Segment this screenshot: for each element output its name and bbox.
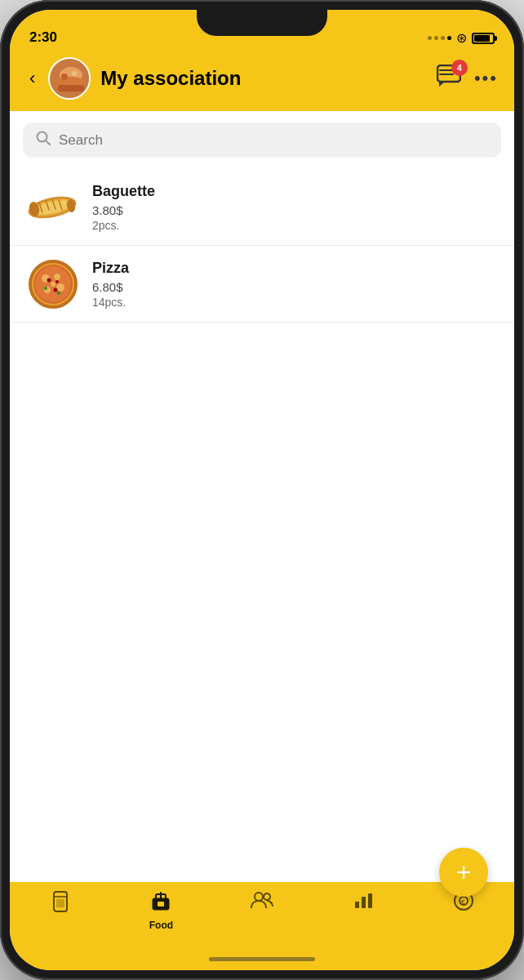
notification-button[interactable]: 4 [437, 65, 461, 93]
wifi-icon: ⊛ [456, 30, 467, 46]
search-box [23, 122, 501, 158]
home-indicator [10, 947, 514, 970]
search-icon [36, 131, 51, 149]
signal-dots [428, 36, 451, 40]
pizza-details: Pizza 6.80$ 14pcs. [92, 260, 498, 309]
list-item[interactable]: Pizza 6.80$ 14pcs. [10, 246, 514, 323]
battery-icon [472, 33, 495, 44]
baguette-image [26, 180, 79, 234]
signal-dot-1 [428, 36, 432, 40]
svg-point-42 [264, 893, 270, 900]
battery-fill [474, 35, 490, 42]
svg-point-28 [47, 278, 51, 282]
status-time: 2:30 [29, 29, 57, 46]
baguette-name: Baguette [92, 183, 498, 200]
fab-container: + [439, 848, 488, 897]
svg-rect-36 [56, 899, 64, 907]
pizza-qty: 14pcs. [92, 296, 498, 309]
svg-rect-45 [368, 893, 372, 908]
notification-badge: 4 [451, 60, 468, 76]
baguette-details: Baguette 3.80$ 2pcs. [92, 183, 498, 232]
baguette-qty: 2pcs. [92, 219, 498, 232]
svg-point-41 [255, 893, 263, 901]
svg-point-31 [44, 287, 47, 290]
svg-point-27 [51, 282, 56, 287]
search-container [10, 111, 514, 169]
list-item[interactable]: Baguette 3.80$ 2pcs. [10, 169, 514, 246]
items-list: Baguette 3.80$ 2pcs. [10, 169, 514, 882]
pizza-price: 6.80$ [92, 280, 498, 294]
nav-item-drinks[interactable] [10, 890, 111, 921]
back-button[interactable]: ‹ [26, 65, 38, 92]
svg-point-29 [56, 280, 59, 283]
svg-text:€: € [461, 898, 465, 906]
svg-point-3 [61, 74, 68, 80]
notch [197, 10, 327, 36]
signal-dot-2 [434, 36, 438, 40]
more-options-button[interactable]: ••• [474, 68, 498, 89]
phone-screen: 2:30 ⊛ ‹ [10, 10, 514, 970]
baguette-price: 3.80$ [92, 203, 498, 217]
search-input[interactable] [59, 132, 488, 149]
svg-rect-5 [58, 85, 84, 91]
svg-rect-43 [355, 902, 359, 908]
svg-point-25 [56, 283, 64, 292]
nav-item-food[interactable]: Food [111, 890, 212, 931]
main-content: Baguette 3.80$ 2pcs. [10, 111, 514, 882]
header-actions: 4 ••• [437, 65, 498, 93]
svg-rect-44 [362, 897, 366, 908]
svg-rect-40 [158, 902, 164, 906]
status-icons: ⊛ [428, 30, 495, 46]
pizza-name: Pizza [92, 260, 498, 277]
drinks-icon [51, 890, 70, 918]
phone-frame: 2:30 ⊛ ‹ [0, 0, 524, 980]
svg-point-32 [57, 292, 60, 295]
nav-item-members[interactable] [211, 890, 313, 918]
nav-item-stats[interactable] [313, 890, 414, 918]
app-header: ‹ My association [10, 51, 514, 111]
food-icon [150, 890, 171, 916]
pizza-image [26, 257, 79, 310]
signal-dot-3 [441, 36, 445, 40]
stats-icon [353, 890, 373, 915]
avatar [48, 57, 91, 100]
home-bar [209, 957, 315, 961]
svg-point-30 [53, 287, 57, 292]
signal-dot-4 [447, 36, 451, 40]
page-title: My association [100, 67, 427, 90]
add-button[interactable]: + [439, 848, 488, 897]
svg-line-10 [46, 140, 50, 145]
svg-point-24 [54, 274, 60, 280]
svg-point-4 [72, 71, 77, 76]
members-icon [251, 890, 273, 915]
food-label: Food [149, 920, 173, 931]
